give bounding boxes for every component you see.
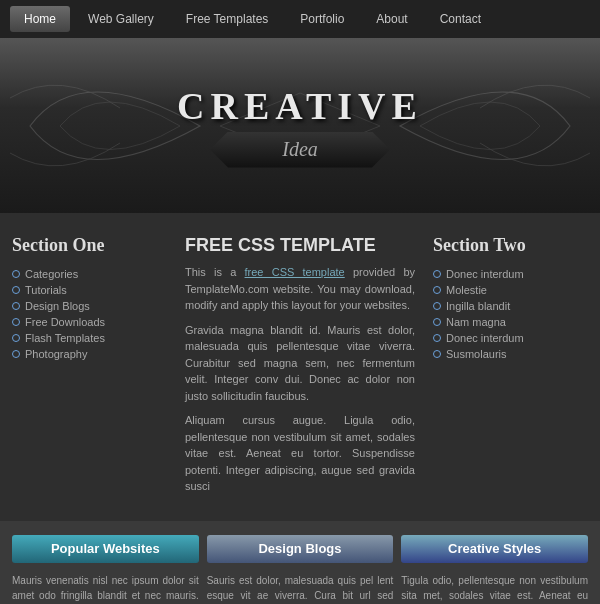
nav-home[interactable]: Home	[10, 6, 70, 32]
nav-web-gallery[interactable]: Web Gallery	[74, 6, 168, 32]
center-p1: This is a free CSS template provided by …	[185, 264, 415, 314]
hero-section: CREATIVE Idea	[0, 38, 600, 213]
list-item[interactable]: Donec interdum	[433, 330, 588, 346]
bullet-icon	[433, 334, 441, 342]
bottom-columns: Mauris venenatis nisl nec ipsum dolor si…	[12, 573, 588, 605]
left-heading: Section One	[12, 235, 167, 256]
bullet-icon	[12, 270, 20, 278]
hero-title: CREATIVE	[177, 84, 423, 128]
list-item[interactable]: Categories	[12, 266, 167, 282]
list-item[interactable]: Design Blogs	[12, 298, 167, 314]
nav-contact[interactable]: Contact	[426, 6, 495, 32]
list-item[interactable]: Tutorials	[12, 282, 167, 298]
bullet-icon	[433, 286, 441, 294]
bullet-icon	[12, 302, 20, 310]
creative-styles-col: Tigula odio, pellentesque non vestibulum…	[401, 573, 588, 605]
bullet-icon	[12, 286, 20, 294]
design-blogs-col: Sauris est dolor, malesuada quis pel len…	[207, 573, 394, 605]
nav-free-templates[interactable]: Free Templates	[172, 6, 282, 32]
hero-subtitle: Idea	[282, 138, 318, 161]
right-column: Section Two Donec interdum Molestie Ingi…	[433, 235, 588, 503]
main-content: Section One Categories Tutorials Design …	[0, 213, 600, 521]
left-list: Categories Tutorials Design Blogs Free D…	[12, 266, 167, 362]
center-heading: FREE CSS TEMPLATE	[185, 235, 415, 256]
popular-intro: Mauris venenatis nisl nec ipsum dolor si…	[12, 573, 199, 605]
list-item[interactable]: Free Downloads	[12, 314, 167, 330]
right-heading: Section Two	[433, 235, 588, 256]
hero-diamond: Idea	[210, 132, 390, 168]
bullet-icon	[12, 350, 20, 358]
list-item[interactable]: Nam magna	[433, 314, 588, 330]
right-list: Donec interdum Molestie Ingilla blandit …	[433, 266, 588, 362]
nav-portfolio[interactable]: Portfolio	[286, 6, 358, 32]
design-blogs-header: Design Blogs	[207, 535, 394, 563]
list-item[interactable]: Molestie	[433, 282, 588, 298]
center-column: FREE CSS TEMPLATE This is a free CSS tem…	[167, 235, 433, 503]
list-item[interactable]: Photography	[12, 346, 167, 362]
left-column: Section One Categories Tutorials Design …	[12, 235, 167, 503]
bullet-icon	[433, 270, 441, 278]
navigation: Home Web Gallery Free Templates Portfoli…	[0, 0, 600, 38]
popular-websites-col: Mauris venenatis nisl nec ipsum dolor si…	[12, 573, 199, 605]
creative-styles-header: Creative Styles	[401, 535, 588, 563]
design-intro: Sauris est dolor, malesuada quis pel len…	[207, 573, 394, 605]
list-item[interactable]: Susmolauris	[433, 346, 588, 362]
bullet-icon	[12, 318, 20, 326]
list-item[interactable]: Donec interdum	[433, 266, 588, 282]
list-item[interactable]: Flash Templates	[12, 330, 167, 346]
bullet-icon	[12, 334, 20, 342]
nav-about[interactable]: About	[362, 6, 421, 32]
popular-websites-header: Popular Websites	[12, 535, 199, 563]
creative-intro: Tigula odio, pellentesque non vestibulum…	[401, 573, 588, 605]
center-p2: Gravida magna blandit id. Mauris est dol…	[185, 322, 415, 405]
bottom-headers: Popular Websites Design Blogs Creative S…	[12, 535, 588, 563]
bullet-icon	[433, 318, 441, 326]
bullet-icon	[433, 302, 441, 310]
bullet-icon	[433, 350, 441, 358]
bottom-section: Popular Websites Design Blogs Creative S…	[0, 521, 600, 605]
css-template-link[interactable]: free CSS template	[245, 266, 345, 278]
center-p3: Aliquam cursus augue. Ligula odio, pelle…	[185, 412, 415, 495]
list-item[interactable]: Ingilla blandit	[433, 298, 588, 314]
